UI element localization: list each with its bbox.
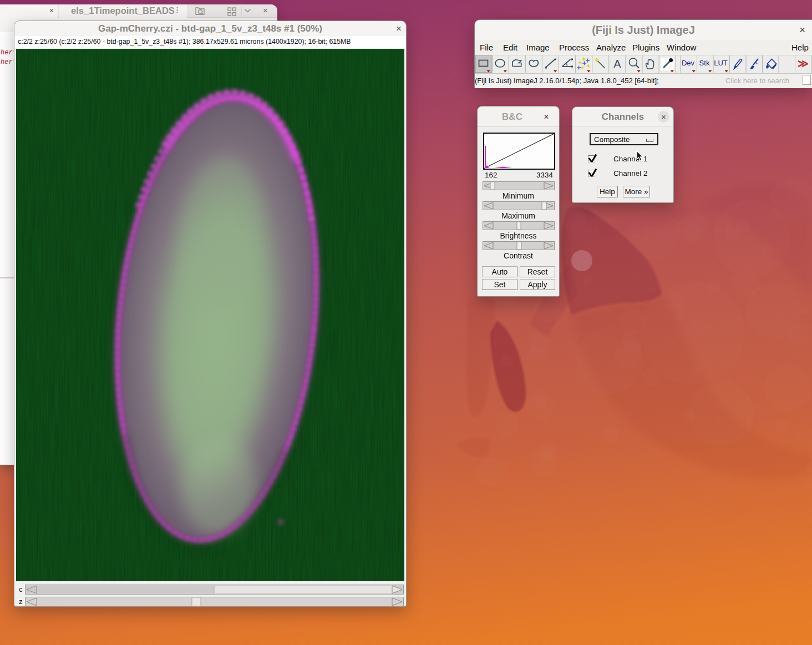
svg-text:A: A bbox=[613, 58, 621, 70]
svg-text:≫: ≫ bbox=[798, 58, 809, 69]
svg-text:LUT: LUT bbox=[714, 59, 728, 67]
svg-text:Stk: Stk bbox=[699, 59, 710, 67]
svg-text:Dev: Dev bbox=[682, 59, 695, 67]
